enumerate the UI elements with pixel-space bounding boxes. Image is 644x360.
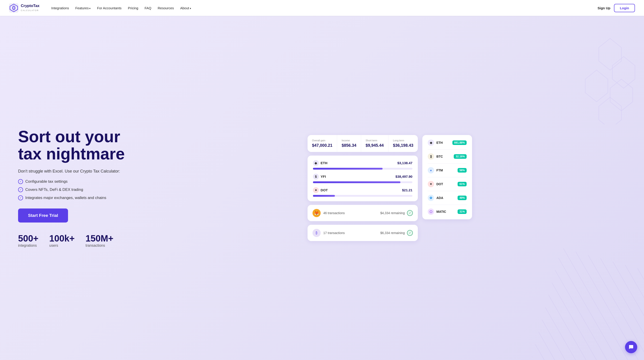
- nav-item-pricing[interactable]: Pricing: [128, 6, 138, 10]
- hero-section: Sort out your tax nightmare Don't strugg…: [0, 16, 644, 360]
- hero-stats: 500+ integrations 100k+ users 150M+ tran…: [18, 233, 144, 248]
- fox-icon: 🦊: [312, 209, 321, 217]
- dashboard-illustration: Overall gain $47,000.21 Income $856.34 S…: [154, 135, 626, 241]
- gains-eth-icon: ◈: [428, 140, 434, 146]
- transaction-card-1: 🦊 46 transactions $4,334 remaining ✓: [308, 205, 418, 221]
- eth-progress: [313, 168, 382, 170]
- nav-item-about[interactable]: About: [180, 6, 191, 10]
- tx-check-icon-2: ✓: [407, 230, 413, 236]
- gains-dot-icon: ✦: [428, 181, 434, 187]
- feature-item-3: ✓ Integrates major exchanges, wallets an…: [18, 195, 144, 200]
- navbar: CryptoTax CALCULATOR Integrations Featur…: [0, 0, 644, 16]
- nav-item-integrations[interactable]: Integrations: [51, 6, 69, 10]
- svg-marker-4: [585, 70, 608, 102]
- feature-item-2: ✓ Covers NFTs, DeFi & DEX trading: [18, 187, 144, 192]
- stat-integrations: 500+ integrations: [18, 233, 38, 248]
- hero-subtitle: Don't struggle with Excel. Use our Crypt…: [18, 169, 144, 174]
- gains-ada-icon: ✿: [428, 195, 434, 201]
- gains-matic-icon: ⬡: [428, 208, 434, 215]
- svg-marker-6: [599, 97, 622, 124]
- yfi-progress: [313, 181, 401, 183]
- summary-long-term: Long term $36,198.43: [388, 135, 418, 152]
- gains-row-dot: ✦ DOT 61%: [428, 181, 466, 191]
- hero-left: Sort out your tax nightmare Don't strugg…: [18, 128, 154, 247]
- summary-income: Income $856.34: [337, 135, 361, 152]
- transaction-card-2: ₿ 17 transactions $6,334 remaining ✓: [308, 225, 418, 241]
- svg-marker-2: [599, 39, 622, 70]
- holding-dot: ✦ DOT $21.21: [313, 187, 412, 197]
- logo-name: CryptoTax: [21, 4, 40, 8]
- summary-short-term: Short term $9,945.44: [361, 135, 388, 152]
- deco-diamonds: [576, 34, 644, 124]
- yfi-icon: $: [313, 174, 319, 180]
- dashboard-left-col: Overall gain $47,000.21 Income $856.34 S…: [308, 135, 418, 241]
- stat-users: 100k+ users: [49, 233, 74, 248]
- feature-item-1: ✓ Configurable tax settings: [18, 179, 144, 184]
- logo-link[interactable]: CryptoTax CALCULATOR: [9, 3, 40, 13]
- hero-title: Sort out your tax nightmare: [18, 128, 144, 162]
- gains-row-matic: ⬡ MATIC 31%: [428, 208, 466, 215]
- hero-features: ✓ Configurable tax settings ✓ Covers NFT…: [18, 179, 144, 200]
- chat-icon: [629, 345, 634, 349]
- check-icon-2: ✓: [18, 187, 23, 192]
- gains-row-ada: ✿ ADA 49%: [428, 195, 466, 205]
- nav-item-resources[interactable]: Resources: [158, 6, 174, 10]
- check-icon-3: ✓: [18, 195, 23, 200]
- gains-row-ftm: ♦ FTM 58%: [428, 167, 466, 177]
- dashboard-right-col: ◈ ETH 881.88% ₿ BTC 32.16% ♦: [422, 135, 472, 219]
- gains-row-btc: ₿ BTC 32.16%: [428, 153, 466, 164]
- gains-ftm-icon: ♦: [428, 167, 434, 173]
- nav-item-faq[interactable]: FAQ: [144, 6, 152, 10]
- holding-eth: ◈ ETH $3,138.47: [313, 160, 412, 170]
- nav-links: Integrations Features For Accountants Pr…: [51, 6, 590, 10]
- nav-item-for-accountants[interactable]: For Accountants: [97, 6, 121, 10]
- login-button[interactable]: Login: [614, 4, 635, 12]
- nav-item-features[interactable]: Features: [75, 6, 90, 10]
- dot-icon: ✦: [313, 187, 319, 193]
- stat-transactions: 150M+ transactions: [86, 233, 113, 248]
- gains-row-eth: ◈ ETH 881.88%: [428, 140, 466, 150]
- holdings-card: ◈ ETH $3,138.47 $ YFI: [308, 156, 418, 201]
- gains-card: ◈ ETH 881.88% ₿ BTC 32.16% ♦: [422, 135, 472, 219]
- logo-icon: [9, 3, 18, 13]
- signup-button[interactable]: Sign Up: [598, 6, 610, 10]
- start-free-trial-button[interactable]: Start Free Trial: [18, 208, 68, 222]
- holding-yfi: $ YFI $38,497.90: [313, 174, 412, 183]
- btc-icon: ₿: [312, 229, 321, 237]
- nav-actions: Sign Up Login: [598, 4, 635, 12]
- logo-sub: CALCULATOR: [21, 9, 39, 12]
- eth-icon: ◈: [313, 160, 319, 166]
- gains-btc-icon: ₿: [428, 153, 434, 160]
- summary-card: Overall gain $47,000.21 Income $856.34 S…: [308, 135, 418, 152]
- tx-check-icon-1: ✓: [407, 210, 413, 216]
- chat-button[interactable]: [625, 341, 637, 353]
- check-icon-1: ✓: [18, 179, 23, 184]
- svg-marker-5: [610, 79, 633, 111]
- summary-overall-gain: Overall gain $47,000.21: [308, 135, 337, 152]
- svg-marker-3: [612, 57, 635, 88]
- dot-progress: [313, 195, 335, 197]
